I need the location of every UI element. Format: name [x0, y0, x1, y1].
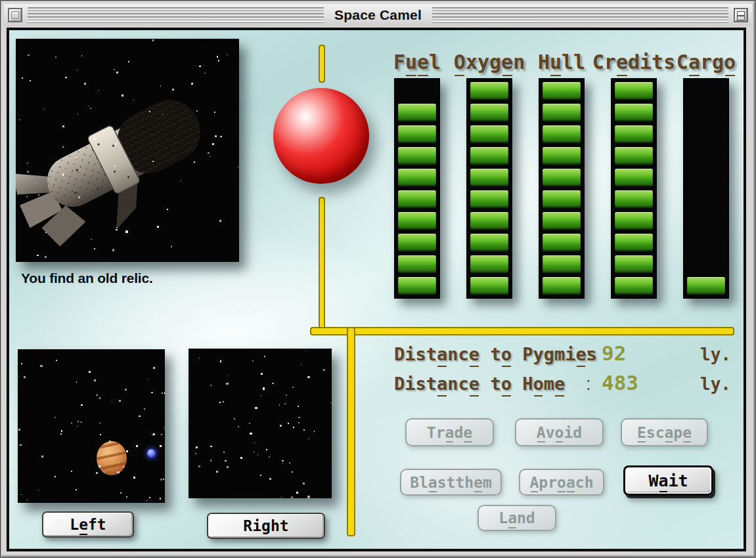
star: [116, 229, 117, 230]
gauge-segment: [398, 147, 436, 165]
distance-label: Distance to Pygmies: [394, 344, 586, 364]
star: [21, 363, 22, 364]
status-message: You find an old relic.: [21, 270, 153, 286]
star: [74, 189, 75, 190]
star: [298, 406, 299, 407]
star: [91, 239, 92, 240]
star: [146, 500, 147, 501]
wait-button[interactable]: Wait: [623, 465, 713, 496]
trade-button[interactable]: Trade: [405, 418, 494, 446]
star: [133, 477, 135, 479]
connector-line-top: [319, 45, 325, 83]
star: [78, 421, 79, 422]
land-button[interactable]: Land: [478, 505, 556, 531]
star: [162, 114, 163, 114]
star: [30, 80, 31, 81]
relic-rocket-image: [16, 39, 239, 262]
gauge-label-hull: Hull: [538, 51, 585, 74]
star: [249, 423, 250, 424]
star: [214, 112, 216, 114]
star: [261, 395, 261, 396]
star: [291, 496, 293, 498]
star: [90, 108, 91, 109]
close-box-icon[interactable]: [8, 8, 22, 22]
star: [20, 444, 22, 446]
star: [226, 383, 228, 385]
star: [223, 401, 224, 402]
distance-colon: :: [586, 345, 602, 365]
star: [133, 100, 134, 100]
star: [54, 164, 55, 165]
right-viewport: [189, 349, 332, 498]
distance-value: 483: [602, 371, 700, 395]
star: [250, 433, 252, 435]
gauge-segment: [543, 190, 581, 208]
star: [260, 475, 261, 476]
gauge-bar-oxygen: [466, 78, 512, 299]
star: [196, 446, 197, 448]
escape-button[interactable]: Escape: [621, 418, 708, 446]
star: [160, 498, 161, 499]
star: [282, 463, 283, 464]
gauge-headings: FuelOxygenHullCreditsCargo: [381, 45, 746, 74]
right-button[interactable]: Right: [207, 513, 325, 539]
star: [76, 381, 77, 382]
left-viewport: [18, 349, 165, 503]
gauge-segment: [615, 169, 653, 186]
star: [167, 209, 168, 210]
titlebar-stripes-right: [432, 7, 728, 23]
distance-colon: :: [586, 374, 602, 395]
star: [55, 417, 55, 418]
gauge-segment: [615, 234, 653, 251]
star: [296, 492, 298, 494]
star: [252, 360, 254, 362]
star: [272, 383, 274, 385]
star: [218, 60, 220, 62]
star: [125, 230, 127, 232]
blast-them-button[interactable]: Blast them: [400, 469, 502, 496]
star: [292, 387, 294, 388]
gauge-segment: [687, 125, 725, 143]
gauge-segment: [398, 255, 436, 273]
gauge-bar-credits: [611, 78, 657, 299]
avoid-button[interactable]: Avoid: [515, 418, 604, 446]
star: [240, 457, 242, 459]
star: [220, 360, 221, 362]
star: [114, 165, 116, 167]
star: [149, 111, 150, 112]
gauge-segment: [470, 169, 508, 186]
title-bar[interactable]: Space Camel: [4, 4, 752, 26]
star: [55, 476, 55, 477]
distance-panel: Distance to Pygmies:92ly.Distance to Hom…: [394, 341, 736, 400]
aproach-button[interactable]: Aproach: [519, 469, 604, 496]
star: [111, 401, 112, 402]
distance-row-1: Distance to Home:483ly.: [394, 371, 736, 400]
star: [78, 114, 79, 115]
star: [305, 351, 306, 351]
gauge-segment: [615, 104, 653, 121]
star: [208, 152, 210, 154]
star: [18, 376, 19, 377]
encounter-ball: [273, 88, 369, 184]
game-window: Space Camel: [0, 0, 756, 558]
star: [266, 449, 267, 450]
collapse-box-icon[interactable]: [734, 8, 748, 22]
gauge-segment: [470, 147, 508, 165]
star: [181, 181, 181, 181]
star: [18, 429, 20, 431]
star: [292, 471, 293, 473]
star: [227, 466, 229, 468]
star: [27, 171, 29, 173]
star: [114, 69, 116, 71]
star: [255, 407, 257, 409]
star: [293, 427, 294, 428]
star: [210, 446, 212, 448]
star: [284, 403, 286, 404]
distance-unit: ly.: [700, 374, 736, 394]
star: [217, 56, 218, 57]
star: [62, 173, 64, 175]
gauge-segment: [543, 82, 581, 100]
titlebar-stripes-left: [28, 7, 324, 23]
gauge-segment: [470, 125, 508, 143]
left-button[interactable]: Left: [42, 511, 134, 538]
